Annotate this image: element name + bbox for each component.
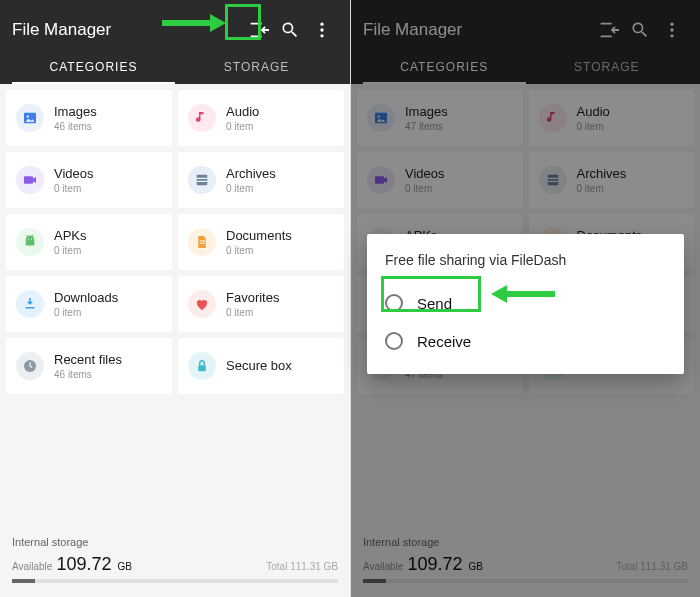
category-count: 0 item <box>226 121 259 132</box>
more-icon[interactable] <box>306 20 338 40</box>
svg-rect-15 <box>198 365 206 371</box>
svg-point-9 <box>28 238 29 239</box>
lock-icon <box>188 352 216 380</box>
category-secure-box[interactable]: Secure box <box>178 338 344 394</box>
app-title: File Manager <box>12 20 242 40</box>
filedash-dialog: Free file sharing via FileDash Send Rece… <box>367 234 684 374</box>
internal-storage-label: Internal storage <box>12 536 338 548</box>
category-count: 46 items <box>54 121 97 132</box>
clock-icon <box>16 352 44 380</box>
storage-bar <box>12 579 338 583</box>
category-name: Downloads <box>54 290 118 305</box>
category-recent-files[interactable]: Recent files46 items <box>6 338 172 394</box>
svg-rect-11 <box>200 241 205 242</box>
note-icon <box>188 104 216 132</box>
image-icon <box>16 104 44 132</box>
tab-storage[interactable]: STORAGE <box>175 50 338 84</box>
android-icon <box>16 228 44 256</box>
download-icon <box>16 290 44 318</box>
available-label: Available <box>12 561 52 572</box>
category-count: 0 item <box>54 245 87 256</box>
video-icon <box>16 166 44 194</box>
category-count: 0 item <box>54 183 94 194</box>
svg-rect-5 <box>24 176 33 184</box>
option-receive-label: Receive <box>417 333 471 350</box>
category-name: Documents <box>226 228 292 243</box>
category-archives[interactable]: Archives0 item <box>178 152 344 208</box>
category-count: 0 item <box>226 307 279 318</box>
radio-icon <box>385 294 403 312</box>
tabs: CATEGORIES STORAGE <box>12 50 338 84</box>
transfer-icon[interactable] <box>242 19 274 41</box>
total-label: Total 111.31 GB <box>266 561 338 572</box>
svg-point-2 <box>320 34 323 37</box>
category-name: Secure box <box>226 358 292 373</box>
category-name: Images <box>54 104 97 119</box>
category-name: Videos <box>54 166 94 181</box>
category-videos[interactable]: Videos0 item <box>6 152 172 208</box>
option-send[interactable]: Send <box>385 284 666 322</box>
category-count: 0 item <box>54 307 118 318</box>
category-count: 0 item <box>226 183 276 194</box>
archive-icon <box>188 166 216 194</box>
dialog-title: Free file sharing via FileDash <box>385 252 666 268</box>
category-count: 46 items <box>54 369 122 380</box>
category-apks[interactable]: APKs0 item <box>6 214 172 270</box>
category-name: Favorites <box>226 290 279 305</box>
svg-rect-7 <box>197 178 208 179</box>
svg-rect-13 <box>26 307 35 309</box>
header: File Manager CATEGORIES STORAGE <box>0 0 350 84</box>
radio-icon <box>385 332 403 350</box>
tab-categories[interactable]: CATEGORIES <box>12 50 175 84</box>
category-name: Recent files <box>54 352 122 367</box>
svg-point-4 <box>27 115 29 117</box>
category-documents[interactable]: Documents0 item <box>178 214 344 270</box>
category-name: Audio <box>226 104 259 119</box>
svg-rect-8 <box>197 181 208 182</box>
svg-rect-6 <box>197 175 208 186</box>
category-downloads[interactable]: Downloads0 item <box>6 276 172 332</box>
svg-point-1 <box>320 28 323 31</box>
available-value: 109.72 <box>56 554 111 575</box>
heart-icon <box>188 290 216 318</box>
category-images[interactable]: Images46 items <box>6 90 172 146</box>
screen-left: File Manager CATEGORIES STORAGE Images46… <box>0 0 350 597</box>
category-name: APKs <box>54 228 87 243</box>
storage-unit: GB <box>117 561 131 572</box>
svg-rect-12 <box>200 243 205 244</box>
screen-right: File Manager CATEGORIES STORAGE Images47… <box>350 0 700 597</box>
doc-icon <box>188 228 216 256</box>
option-receive[interactable]: Receive <box>385 322 666 360</box>
storage-footer: Internal storage Available 109.72 GB Tot… <box>0 526 350 597</box>
option-send-label: Send <box>417 295 452 312</box>
svg-point-0 <box>320 23 323 26</box>
category-audio[interactable]: Audio0 item <box>178 90 344 146</box>
svg-point-10 <box>31 238 32 239</box>
categories-grid: Images46 itemsAudio0 itemVideos0 itemArc… <box>0 84 350 400</box>
category-favorites[interactable]: Favorites0 item <box>178 276 344 332</box>
search-icon[interactable] <box>274 20 306 40</box>
category-count: 0 item <box>226 245 292 256</box>
titlebar: File Manager <box>12 10 338 50</box>
category-name: Archives <box>226 166 276 181</box>
